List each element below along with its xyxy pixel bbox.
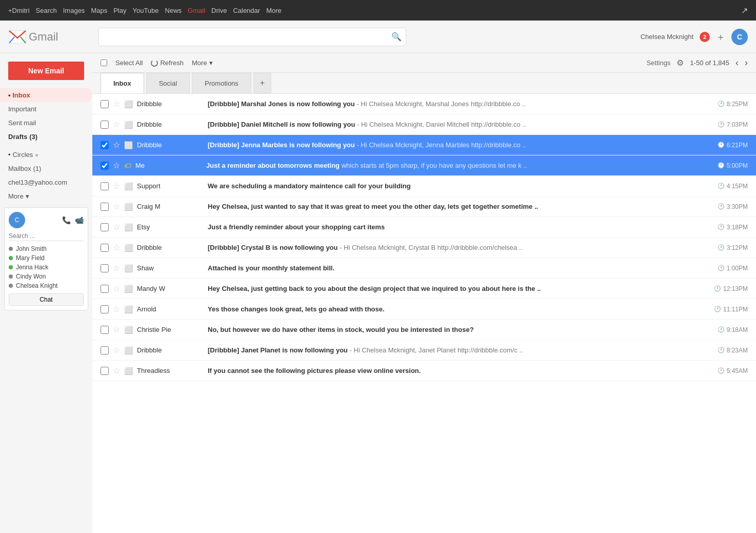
star-icon[interactable]: ☆ [113, 202, 120, 211]
chat-header-actions: 📞 📹 [62, 216, 84, 224]
email-checkbox[interactable] [101, 264, 109, 272]
clock-icon: 🕐 [718, 203, 725, 210]
user-name: Chelsea Mcknight [641, 33, 693, 41]
email-row[interactable]: ☆ ⬜ Dribbble [Dribbble] Janet Planet is … [92, 340, 756, 361]
email-row[interactable]: ☆ ⬜ Dribbble [Dribbble] Marshal Jones is… [92, 94, 756, 114]
sidebar-more[interactable]: More ▾ [0, 189, 92, 203]
sidebar-nav: Inbox Important Sent mail Drafts (3) Cir… [0, 88, 92, 203]
search-button[interactable]: 🔍 [391, 32, 402, 42]
more-button[interactable]: More ▾ [192, 59, 213, 67]
email-checkbox[interactable] [101, 305, 109, 313]
star-icon[interactable]: ☆ [113, 243, 120, 252]
notification-badge[interactable]: 2 [700, 32, 710, 42]
select-all-checkbox[interactable] [101, 60, 107, 66]
prev-page-button[interactable]: ‹ [735, 57, 739, 68]
email-preview: - Hi Chelsea Mcknight, Marshal Jones htt… [356, 100, 525, 108]
email-sender: Me [135, 162, 202, 169]
tab-promotions[interactable]: Promotions [192, 73, 251, 93]
status-dot-mary [9, 256, 13, 260]
select-all-label: Select All [115, 59, 143, 67]
email-checkbox[interactable] [101, 100, 109, 108]
chat-phone-icon[interactable]: 📞 [62, 216, 71, 224]
chat-button[interactable]: Chat [9, 293, 84, 306]
email-checkbox[interactable] [101, 244, 109, 252]
star-icon[interactable]: ☆ [113, 120, 120, 129]
email-checkbox[interactable] [101, 121, 109, 129]
avatar[interactable]: C [731, 29, 748, 45]
chat-search-input[interactable] [9, 231, 84, 241]
tag-icon: ⬜ [124, 367, 133, 375]
email-sender: Dribbble [137, 244, 204, 251]
tab-inbox[interactable]: Inbox [101, 73, 144, 93]
star-icon[interactable]: ☆ [113, 345, 120, 355]
email-row[interactable]: ☆ ⬜ Craig M Hey Chelsea, just wanted to … [92, 196, 756, 217]
email-row[interactable]: ☆ ⬜ Etsy Just a friendly reminder about … [92, 217, 756, 238]
email-row[interactable]: ☆ ⬜ Christie Pie No, but however we do h… [92, 320, 756, 340]
sidebar-item-drafts[interactable]: Drafts (3) [0, 130, 92, 144]
email-time: 🕐12:13PM [714, 285, 748, 292]
email-checkbox[interactable] [101, 346, 109, 354]
star-icon[interactable]: ☆ [113, 181, 120, 191]
sidebar-item-sent[interactable]: Sent mail [0, 116, 92, 130]
email-row[interactable]: ☆ ⬜ Shaw Attached is your monthly statem… [92, 258, 756, 279]
sidebar-item-important[interactable]: Important [0, 102, 92, 116]
email-checkbox[interactable] [101, 162, 109, 170]
email-row[interactable]: ☆ ⬜ Arnold Yes those changes look great,… [92, 299, 756, 320]
clock-icon: 🕐 [718, 183, 725, 189]
email-row[interactable]: ☆ 🏷 Me Just a reminder about tomorrows m… [92, 155, 756, 176]
star-icon[interactable]: ☆ [113, 161, 120, 170]
refresh-button[interactable]: Refresh [151, 59, 184, 67]
settings-gear-icon[interactable]: ⚙ [677, 58, 684, 68]
tab-add-button[interactable]: + [253, 73, 271, 93]
bar-link-dmitri[interactable]: +Dmitri [8, 7, 30, 14]
contact-name-jenna: Jenna Hack [16, 264, 48, 271]
star-icon[interactable]: ☆ [113, 304, 120, 314]
clock-icon: 🕐 [714, 285, 721, 292]
tab-social[interactable]: Social [146, 73, 190, 93]
email-row[interactable]: ☆ ⬜ Support We are scheduling a mandator… [92, 176, 756, 196]
star-icon[interactable]: ☆ [113, 99, 120, 109]
star-icon[interactable]: ☆ [113, 325, 120, 334]
star-icon[interactable]: ☆ [113, 366, 120, 376]
email-checkbox[interactable] [101, 223, 109, 231]
header-right: Chelsea Mcknight 2 ＋ C [641, 29, 748, 45]
bar-link-gmail[interactable]: Gmail [188, 7, 205, 14]
search-input[interactable] [103, 32, 391, 41]
email-row[interactable]: ☆ ⬜ Threadless If you cannot see the fol… [92, 361, 756, 381]
bar-link-search[interactable]: Search [36, 7, 57, 14]
bar-link-more[interactable]: More [266, 7, 282, 14]
email-row[interactable]: ☆ ⬜ Dribbble [Dribbble] Daniel Mitchell … [92, 114, 756, 135]
bar-link-images[interactable]: Images [63, 7, 85, 14]
next-page-button[interactable]: › [745, 57, 748, 68]
sidebar-item-circles[interactable]: Circles ● [0, 148, 92, 162]
bar-link-calendar[interactable]: Calendar [233, 7, 260, 14]
email-checkbox[interactable] [101, 203, 109, 211]
clock-icon: 🕐 [718, 224, 725, 230]
email-checkbox[interactable] [101, 182, 109, 190]
star-icon[interactable]: ☆ [113, 284, 120, 293]
sidebar-item-mailbox[interactable]: Mailbox (1) [0, 162, 92, 175]
email-row[interactable]: ☆ ⬜ Mandy W Hey Chelsea, just getting ba… [92, 279, 756, 299]
star-icon[interactable]: ☆ [113, 222, 120, 232]
bar-link-youtube[interactable]: YouTube [132, 7, 158, 14]
email-checkbox[interactable] [101, 141, 109, 149]
email-checkbox[interactable] [101, 326, 109, 334]
new-email-button[interactable]: New Email [8, 62, 84, 80]
bar-link-drive[interactable]: Drive [211, 7, 227, 14]
sidebar-item-yahoo[interactable]: chel13@yahoo.com [0, 175, 92, 189]
email-checkbox[interactable] [101, 285, 109, 293]
chat-video-icon[interactable]: 📹 [75, 216, 84, 224]
email-subject: [Dribbble] Marshal Jones is now followin… [208, 100, 355, 108]
bar-link-news[interactable]: News [165, 7, 182, 14]
bar-link-maps[interactable]: Maps [91, 7, 107, 14]
add-account-button[interactable]: ＋ [716, 31, 725, 43]
star-icon[interactable]: ☆ [113, 263, 120, 273]
clock-icon: 🕐 [714, 306, 721, 312]
email-row[interactable]: ☆ ⬜ Dribbble [Dribbble] Jenna Marbles is… [92, 135, 756, 155]
email-checkbox[interactable] [101, 367, 109, 375]
star-icon[interactable]: ☆ [113, 140, 120, 150]
email-row[interactable]: ☆ ⬜ Dribbble [Dribbble] Crystal B is now… [92, 238, 756, 258]
bar-link-play[interactable]: Play [113, 7, 126, 14]
email-subject-preview: [Dribbble] Janet Planet is now following… [208, 346, 713, 354]
sidebar-item-inbox[interactable]: Inbox [0, 88, 92, 102]
